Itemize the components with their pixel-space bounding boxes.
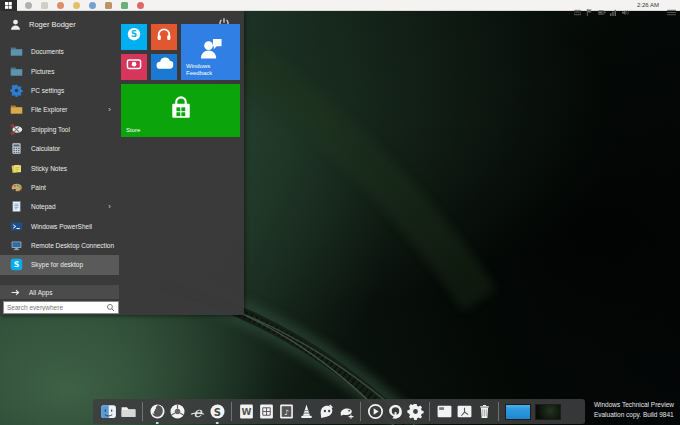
menu-item-remote-desktop-connection[interactable]: Remote Desktop Connection [0, 236, 119, 255]
toolbar-left-icons [25, 2, 144, 9]
tile-feedback[interactable]: Windows Feedback [181, 24, 240, 80]
dock-trash-icon[interactable] [476, 403, 493, 420]
menu-item-sticky-notes[interactable]: Sticky Notes [0, 158, 119, 177]
svg-text:S: S [14, 261, 20, 270]
search-input[interactable] [4, 304, 106, 311]
chevron-right-icon: › [108, 106, 111, 114]
menu-item-label: File Explorer [31, 106, 67, 113]
clock: 2:26 AM [637, 2, 659, 8]
menu-item-windows-powershell[interactable]: Windows PowerShell [0, 217, 119, 236]
dock-gimp-icon[interactable] [318, 403, 335, 420]
menu-item-label: Remote Desktop Connection [31, 242, 114, 249]
watermark-line2: Evaluation copy. Build 9841 [594, 410, 674, 420]
camera-tile-icon [126, 56, 143, 77]
dock-utility-window-icon[interactable] [456, 403, 473, 420]
notepad-icon [10, 200, 23, 213]
arrow-right-icon [11, 288, 20, 297]
menu-item-skype-for-desktop[interactable]: SSkype for desktop [0, 255, 119, 274]
running-indicator-dot [216, 422, 219, 425]
tile-store[interactable]: Store [121, 84, 240, 137]
dock-excel-icon[interactable] [258, 403, 275, 420]
screen: 2:26 AM Roger Bodger DocumentsPicturesPC… [0, 0, 680, 425]
skype-icon: S [10, 258, 23, 271]
firefox-icon[interactable] [57, 2, 64, 9]
user-name[interactable]: Roger Bodger [29, 20, 76, 29]
menu-item-file-explorer[interactable]: File Explorer› [0, 100, 119, 119]
dock-separator [498, 402, 499, 421]
menu-item-label: Pictures [31, 68, 54, 75]
menu-item-documents[interactable]: Documents [0, 42, 119, 61]
skype-tile-icon: S [126, 26, 142, 46]
build-watermark: Windows Technical Preview Evaluation cop… [594, 400, 674, 419]
dock-gear-icon[interactable] [407, 403, 424, 420]
menu-item-notepad[interactable]: Notepad› [0, 197, 119, 216]
chrome-icon[interactable] [73, 2, 80, 9]
menu-item-label: Calculator [31, 145, 60, 152]
menu-item-label: Documents [31, 48, 64, 55]
tile-onedrive[interactable] [151, 54, 177, 80]
dock-separator [142, 402, 143, 421]
wrench-icon[interactable] [25, 2, 32, 9]
music-tile-icon [156, 26, 173, 47]
dock-separator [231, 402, 232, 421]
dock-skype-icon[interactable]: S [209, 403, 226, 420]
globe-icon[interactable] [89, 2, 96, 9]
vm-toolbar: 2:26 AM [0, 0, 680, 11]
volume-icon[interactable] [622, 2, 629, 9]
dock-firefox-icon[interactable] [149, 403, 166, 420]
window-preview-dark[interactable] [535, 404, 561, 420]
battery-icon[interactable] [598, 2, 605, 9]
dock-finder-icon[interactable] [100, 403, 117, 420]
menu-item-paint[interactable]: Paint [0, 178, 119, 197]
tile-label: Windows Feedback [186, 63, 226, 77]
menu-item-label: PC settings [31, 87, 64, 94]
svg-text:S: S [131, 29, 137, 39]
all-apps-label: All Apps [29, 289, 53, 296]
folder-icon[interactable] [41, 2, 48, 9]
star-icon[interactable] [137, 2, 144, 9]
user-avatar-icon[interactable] [9, 18, 22, 31]
dock-vlc-icon[interactable] [298, 403, 315, 420]
start-menu-items: DocumentsPicturesPC settingsFile Explore… [0, 42, 119, 275]
menu-item-calculator[interactable]: Calculator [0, 139, 119, 158]
chevron-right-icon: › [108, 203, 111, 211]
gear-blue-icon [10, 84, 23, 97]
menu-item-pc-settings[interactable]: PC settings [0, 81, 119, 100]
onedrive-tile-icon [155, 55, 174, 78]
store-tile-icon [167, 93, 195, 125]
dock-folder-icon[interactable] [120, 403, 137, 420]
dock-quake-icon[interactable] [387, 403, 404, 420]
dock-media-document-icon[interactable]: ♪ [278, 403, 295, 420]
menu-item-label: Sticky Notes [31, 165, 67, 172]
toolbar-right: 2:26 AM [574, 2, 676, 9]
search-box [3, 301, 119, 314]
dock-desktop-window-icon[interactable] [436, 403, 453, 420]
sticky-notes-icon [10, 162, 23, 175]
dock-internet-explorer-icon[interactable]: e [189, 403, 206, 420]
dock-chameleon-icon[interactable] [338, 403, 355, 420]
tile-music[interactable] [151, 24, 177, 50]
windows-start-icon[interactable] [0, 0, 17, 11]
signal-icon[interactable] [610, 2, 617, 9]
paint-palette-icon [10, 181, 23, 194]
shop-icon[interactable] [105, 2, 112, 9]
dock-play-circle-icon[interactable] [367, 403, 384, 420]
keyboard-icon[interactable] [574, 2, 581, 9]
dock-separator [429, 402, 430, 421]
hamburger-icon[interactable] [667, 2, 676, 9]
tile-skype[interactable]: S [121, 24, 147, 50]
excel-icon[interactable] [121, 2, 128, 9]
menu-item-pictures[interactable]: Pictures [0, 61, 119, 80]
menu-item-label: Paint [31, 184, 46, 191]
menu-item-snipping-tool[interactable]: Snipping Tool [0, 120, 119, 139]
all-apps-button[interactable]: All Apps [0, 285, 119, 299]
menu-item-label: Snipping Tool [31, 126, 70, 133]
dock-chrome-icon[interactable] [169, 403, 186, 420]
tile-camera[interactable] [121, 54, 147, 80]
flag-icon[interactable] [586, 2, 593, 9]
dock-word-icon[interactable]: W [238, 403, 255, 420]
svg-text:S: S [213, 407, 220, 418]
window-preview-blue[interactable] [505, 404, 531, 420]
search-icon[interactable] [106, 303, 115, 312]
svg-text:♪: ♪ [284, 408, 289, 417]
